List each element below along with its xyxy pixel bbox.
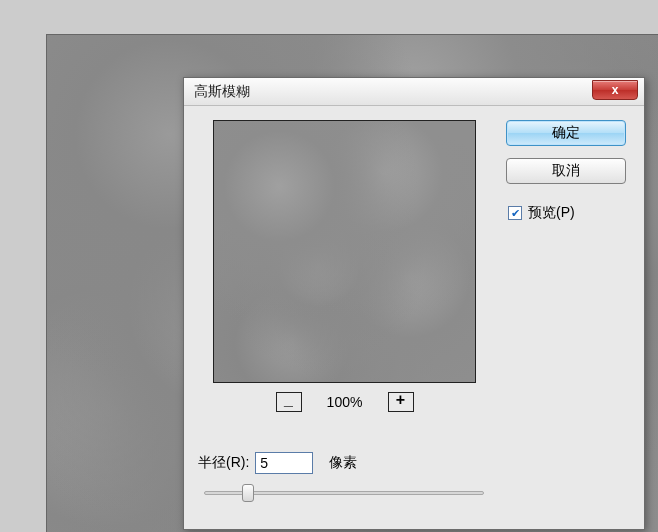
- slider-thumb[interactable]: [242, 484, 254, 502]
- ok-button[interactable]: 确定: [506, 120, 626, 146]
- preview-checkbox[interactable]: [508, 206, 522, 220]
- zoom-out-button[interactable]: _: [276, 392, 302, 412]
- zoom-level: 100%: [322, 394, 368, 410]
- plus-icon: +: [396, 392, 405, 408]
- cancel-button[interactable]: 取消: [506, 158, 626, 184]
- zoom-controls: _ 100% +: [213, 392, 476, 412]
- zoom-in-button[interactable]: +: [388, 392, 414, 412]
- ok-button-label: 确定: [552, 124, 580, 142]
- dialog-right-column: 确定 取消 预览(P): [506, 120, 626, 222]
- radius-row: 半径(R): 像素: [198, 452, 357, 474]
- preview-checkbox-row: 预览(P): [506, 204, 626, 222]
- radius-label: 半径(R):: [198, 454, 249, 472]
- gaussian-blur-dialog: 高斯模糊 x _ 100% + 半径(R): 像素 确定: [183, 77, 645, 530]
- dialog-title: 高斯模糊: [194, 83, 250, 101]
- radius-input[interactable]: [255, 452, 313, 474]
- radius-unit: 像素: [329, 454, 357, 472]
- close-icon: x: [612, 83, 619, 97]
- dialog-titlebar[interactable]: 高斯模糊 x: [184, 78, 644, 106]
- radius-slider[interactable]: [204, 484, 484, 504]
- preview-checkbox-label: 预览(P): [528, 204, 575, 222]
- dialog-body: _ 100% + 半径(R): 像素 确定 取消 预览(P): [184, 106, 644, 529]
- minus-icon: _: [284, 392, 293, 408]
- blur-preview[interactable]: [213, 120, 476, 383]
- close-button[interactable]: x: [592, 80, 638, 100]
- cancel-button-label: 取消: [552, 162, 580, 180]
